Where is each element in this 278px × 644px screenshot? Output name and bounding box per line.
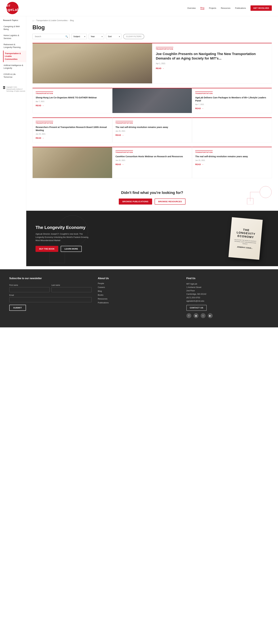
article-1-read-link[interactable]: READ → xyxy=(36,104,44,107)
footer-top: Subscribe to our newsletter First name L… xyxy=(9,277,269,318)
article-8-read-link[interactable]: READ → xyxy=(115,164,124,166)
didnt-find-buttons: BROWSE PUBLICATIONS BROWSE RESOURCES xyxy=(33,198,272,204)
book-content: The Longevity Economy AgeLab Director Jo… xyxy=(36,225,224,252)
clear-filters-button[interactable]: CLEAR FILTERS xyxy=(123,34,144,39)
book-description: AgeLab Director Joseph F. Coughlin's new… xyxy=(36,232,91,242)
year-filter[interactable]: Year xyxy=(89,34,104,39)
main-nav: Overview Blog Projects Resources Publica… xyxy=(187,6,272,11)
search-icon: 🔍 xyxy=(65,35,68,38)
nav-overview[interactable]: Overview xyxy=(187,7,196,9)
article-3-date: Apr 7, 2021 xyxy=(195,104,268,105)
first-name-input[interactable] xyxy=(9,287,50,292)
article-5-date: Jan 25, 2021 xyxy=(115,130,189,132)
article-card-3: TRANSPORTATION AgeLab Delivers Care Pack… xyxy=(192,88,272,113)
sidebar-item-ai[interactable]: Artificial Intelligence & Longevity xyxy=(3,62,26,71)
sort-filter[interactable]: Sort xyxy=(106,34,121,39)
subject-filter[interactable]: Subject xyxy=(71,34,87,39)
featured-article-date: Apr 1, 2021 xyxy=(156,62,268,64)
read-arrow-icon-3: → xyxy=(202,108,204,110)
year-filter-wrap: Year ▼ xyxy=(89,34,104,39)
book-section: The Longevity Economy AgeLab Director Jo… xyxy=(26,211,278,266)
book-title: The Longevity Economy xyxy=(36,225,224,230)
article-9-read-link[interactable]: READ → xyxy=(195,164,204,166)
footer-link-books[interactable]: Books xyxy=(98,294,180,296)
twitter-icon[interactable]: t xyxy=(201,313,206,318)
footer: Subscribe to our newsletter First name L… xyxy=(0,269,278,328)
sidebar-copyright: Copyright © 2021 Massachusetts Institute… xyxy=(6,86,26,92)
article-5-read-link[interactable]: READ → xyxy=(115,134,124,136)
article-card-6-empty xyxy=(192,118,272,142)
page-layout: Research Topics: Caregiving & Well-Being… xyxy=(0,16,278,269)
book-cover-author: JOSEPH F. COUG... xyxy=(237,246,253,249)
youtube-icon[interactable]: ▶ xyxy=(208,313,213,318)
article-card-1: TRANSPORTATION Sheng-Hung Lee Co-Organiz… xyxy=(33,88,112,113)
learn-more-button[interactable]: LEARN MORE xyxy=(61,246,82,252)
article-1-title: Sheng-Hung Lee Co-Organizes MAKE TO:GATH… xyxy=(36,96,109,99)
footer-link-blog[interactable]: Blog xyxy=(98,290,180,292)
last-name-input[interactable] xyxy=(51,287,92,292)
nav-publications[interactable]: Publications xyxy=(235,7,246,9)
browse-resources-button[interactable]: BROWSE RESOURCES xyxy=(155,198,186,204)
featured-article-image xyxy=(33,43,152,84)
article-4-tag: TRANSPORTATION xyxy=(36,121,53,124)
submit-button[interactable]: SUBMIT xyxy=(9,305,26,311)
didnt-find-section: Didn't find what you're looking for? BRO… xyxy=(33,184,272,211)
sidebar-item-retirement[interactable]: Retirement & Longevity Planning xyxy=(3,42,26,50)
article-5-title: The real self-driving revolution remains… xyxy=(115,126,189,129)
breadcrumb-blog: Blog xyxy=(70,20,74,22)
article-8-title: CareHive Consortium Hosts Webinar on Res… xyxy=(115,155,189,158)
sidebar-footer: MIT Copyright © 2021 Massachusetts Insti… xyxy=(3,86,26,92)
buy-book-button[interactable]: BUY THE BOOK xyxy=(36,246,58,252)
article-8-tag: TRANSPORTATION xyxy=(115,150,133,153)
article-4-date: Jan 25, 2021 xyxy=(36,133,109,135)
featured-article-read-link[interactable]: READ → xyxy=(156,67,164,70)
article-4-read-link[interactable]: READ → xyxy=(36,137,44,139)
footer-link-careers[interactable]: Careers xyxy=(98,286,180,288)
sidebar-item-covid[interactable]: COVID & Life Tomorrow xyxy=(3,71,26,80)
sidebar-title: Research Topics: xyxy=(3,19,26,22)
featured-article-title: Joe Coughlin Presents on Navigating The … xyxy=(156,52,268,60)
article-8-date: Jan 25, 2021 xyxy=(115,160,189,161)
sidebar-item-transportation[interactable]: Transportation & Livable Communities xyxy=(3,50,26,62)
book-image: THELONGEVITYECONOMY UNLOCKING THE WORLD'… xyxy=(228,217,263,260)
footer-newsletter: Subscribe to our newsletter First name L… xyxy=(9,277,92,318)
first-name-label: First name xyxy=(9,284,50,286)
article-3-title: AgeLab Delivers Care Packages to Members… xyxy=(195,96,268,102)
email-label: Email xyxy=(9,294,92,296)
page-title: Blog xyxy=(33,24,272,31)
read-arrow-icon-8: → xyxy=(122,164,124,166)
book-cover-title: THELONGEVITYECONOMY xyxy=(236,228,256,239)
subject-filter-wrap: Subject ▼ xyxy=(71,34,87,39)
last-name-label: Last name xyxy=(51,284,92,286)
footer-link-publications[interactable]: Publications xyxy=(98,302,180,304)
logo-area: MIT AgeLab xyxy=(6,2,19,14)
get-involved-button[interactable]: GET INVOLVED xyxy=(250,6,272,11)
sidebar-item-caregiving[interactable]: Caregiving & Well-Being xyxy=(3,24,26,32)
breadcrumb-transportation[interactable]: Transportation & Livable Communities xyxy=(36,20,67,22)
article-card-7 xyxy=(33,147,112,178)
footer-link-people[interactable]: People xyxy=(98,282,180,284)
nav-blog[interactable]: Blog xyxy=(200,7,204,10)
footer-form: First name Last name Email SUBMIT xyxy=(9,282,92,311)
footer-address: MIT AgeLab1 Amherst Street2nd FloorCambr… xyxy=(186,282,269,303)
home-icon[interactable]: ⌂ xyxy=(33,19,34,22)
nav-projects[interactable]: Projects xyxy=(209,7,216,9)
article-card-9: TRANSPORTATION The real self-driving rev… xyxy=(192,147,272,178)
didnt-find-title: Didn't find what you're looking for? xyxy=(33,190,272,195)
footer-find-title: Find Us xyxy=(186,277,269,280)
contact-us-button[interactable]: CONTACT US xyxy=(186,305,207,311)
nav-resources[interactable]: Resources xyxy=(221,7,230,9)
email-input[interactable] xyxy=(9,297,92,302)
browse-publications-button[interactable]: BROWSE PUBLICATIONS xyxy=(119,198,152,204)
footer-link-resources[interactable]: Resources xyxy=(98,298,180,300)
article-3-read-link[interactable]: READ → xyxy=(195,108,204,110)
article-1-tag: TRANSPORTATION xyxy=(36,92,53,94)
article-card-5: TRANSPORTATION The real self-driving rev… xyxy=(112,118,192,142)
search-wrap: 🔍 xyxy=(33,34,70,39)
instagram-icon[interactable]: ◉ xyxy=(194,313,198,318)
sidebar-item-home-logistics[interactable]: Home Logistics & Services xyxy=(3,32,26,41)
search-input[interactable] xyxy=(33,34,70,39)
article-card-8: TRANSPORTATION CareHive Consortium Hosts… xyxy=(112,147,192,178)
article-9-date: Jan 25, 2021 xyxy=(195,160,268,161)
facebook-icon[interactable]: f xyxy=(186,313,191,318)
